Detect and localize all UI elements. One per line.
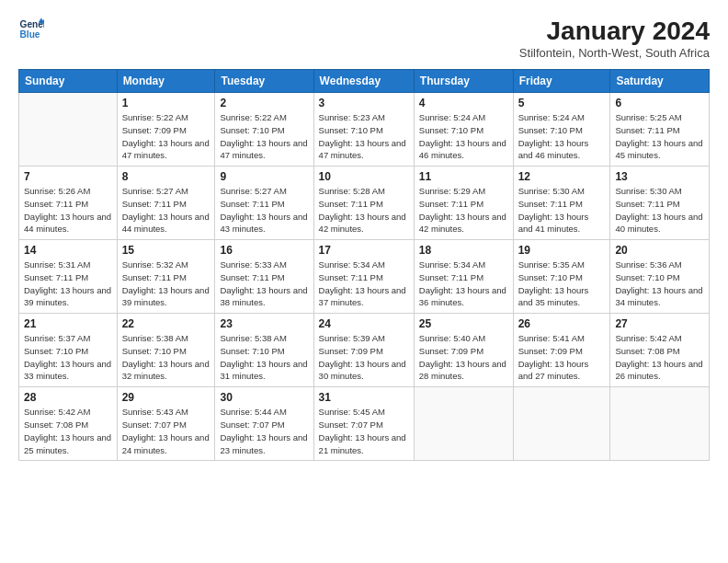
day-info: Sunrise: 5:42 AMSunset: 7:08 PMDaylight:… [615, 332, 704, 383]
day-number: 20 [615, 244, 704, 257]
table-row: 20Sunrise: 5:36 AMSunset: 7:10 PMDayligh… [610, 240, 710, 314]
day-number: 7 [24, 170, 112, 183]
day-info: Sunrise: 5:39 AMSunset: 7:09 PMDaylight:… [319, 332, 409, 383]
day-info: Sunrise: 5:32 AMSunset: 7:11 PMDaylight:… [122, 259, 210, 309]
day-info: Sunrise: 5:44 AMSunset: 7:07 PMDaylight:… [220, 406, 308, 456]
header-wednesday: Wednesday [313, 70, 414, 93]
table-row: 4Sunrise: 5:24 AMSunset: 7:10 PMDaylight… [414, 93, 513, 167]
table-row: 21Sunrise: 5:37 AMSunset: 7:10 PMDayligh… [19, 314, 118, 387]
day-number: 29 [122, 391, 210, 404]
day-number: 16 [220, 244, 308, 257]
day-info: Sunrise: 5:28 AMSunset: 7:11 PMDaylight:… [319, 185, 409, 236]
table-row [414, 387, 513, 461]
svg-text:Blue: Blue [20, 29, 40, 40]
calendar-table: Sunday Monday Tuesday Wednesday Thursday… [18, 69, 710, 461]
day-number: 19 [518, 244, 606, 257]
header-sunday: Sunday [19, 70, 118, 93]
table-row: 16Sunrise: 5:33 AMSunset: 7:11 PMDayligh… [215, 240, 313, 314]
table-row: 14Sunrise: 5:31 AMSunset: 7:11 PMDayligh… [19, 240, 118, 314]
day-number: 28 [24, 391, 112, 404]
calendar-week-row: 7Sunrise: 5:26 AMSunset: 7:11 PMDaylight… [19, 167, 710, 240]
table-row: 22Sunrise: 5:38 AMSunset: 7:10 PMDayligh… [117, 314, 215, 387]
table-row: 11Sunrise: 5:29 AMSunset: 7:11 PMDayligh… [414, 167, 513, 240]
day-number: 21 [24, 317, 112, 330]
table-row: 29Sunrise: 5:43 AMSunset: 7:07 PMDayligh… [117, 387, 215, 461]
table-row: 28Sunrise: 5:42 AMSunset: 7:08 PMDayligh… [19, 387, 118, 461]
day-number: 18 [419, 244, 508, 257]
table-row: 13Sunrise: 5:30 AMSunset: 7:11 PMDayligh… [610, 167, 710, 240]
day-number: 6 [615, 97, 704, 109]
location: Stilfontein, North-West, South Africa [519, 46, 710, 60]
day-info: Sunrise: 5:38 AMSunset: 7:10 PMDaylight:… [220, 332, 308, 383]
page: General Blue January 2024 Stilfontein, N… [0, 0, 728, 470]
day-info: Sunrise: 5:42 AMSunset: 7:08 PMDaylight:… [24, 406, 112, 456]
day-info: Sunrise: 5:35 AMSunset: 7:10 PMDaylight:… [518, 259, 606, 309]
day-info: Sunrise: 5:43 AMSunset: 7:07 PMDaylight:… [122, 406, 210, 456]
day-info: Sunrise: 5:27 AMSunset: 7:11 PMDaylight:… [220, 185, 308, 236]
header-saturday: Saturday [610, 70, 710, 93]
table-row: 17Sunrise: 5:34 AMSunset: 7:11 PMDayligh… [313, 240, 414, 314]
day-info: Sunrise: 5:37 AMSunset: 7:10 PMDaylight:… [24, 332, 112, 383]
day-info: Sunrise: 5:29 AMSunset: 7:11 PMDaylight:… [419, 185, 508, 236]
day-number: 26 [518, 317, 606, 330]
day-number: 8 [122, 170, 210, 183]
day-info: Sunrise: 5:38 AMSunset: 7:10 PMDaylight:… [122, 332, 210, 383]
day-info: Sunrise: 5:40 AMSunset: 7:09 PMDaylight:… [419, 332, 508, 383]
table-row: 27Sunrise: 5:42 AMSunset: 7:08 PMDayligh… [610, 314, 710, 387]
day-info: Sunrise: 5:25 AMSunset: 7:11 PMDaylight:… [615, 111, 704, 162]
day-number: 22 [122, 317, 210, 330]
day-number: 15 [122, 244, 210, 257]
table-row: 18Sunrise: 5:34 AMSunset: 7:11 PMDayligh… [414, 240, 513, 314]
day-number: 13 [615, 170, 704, 183]
calendar-week-row: 28Sunrise: 5:42 AMSunset: 7:08 PMDayligh… [19, 387, 710, 461]
day-info: Sunrise: 5:30 AMSunset: 7:11 PMDaylight:… [615, 185, 704, 236]
day-info: Sunrise: 5:22 AMSunset: 7:10 PMDaylight:… [220, 111, 308, 162]
table-row: 25Sunrise: 5:40 AMSunset: 7:09 PMDayligh… [414, 314, 513, 387]
day-info: Sunrise: 5:34 AMSunset: 7:11 PMDaylight:… [319, 259, 409, 309]
day-number: 30 [220, 391, 308, 404]
table-row: 12Sunrise: 5:30 AMSunset: 7:11 PMDayligh… [513, 167, 610, 240]
day-info: Sunrise: 5:24 AMSunset: 7:10 PMDaylight:… [518, 111, 606, 162]
table-row: 23Sunrise: 5:38 AMSunset: 7:10 PMDayligh… [215, 314, 313, 387]
table-row: 8Sunrise: 5:27 AMSunset: 7:11 PMDaylight… [117, 167, 215, 240]
day-number: 25 [419, 317, 508, 330]
day-info: Sunrise: 5:45 AMSunset: 7:07 PMDaylight:… [319, 406, 409, 456]
table-row [19, 93, 118, 167]
day-number: 14 [24, 244, 112, 257]
day-number: 9 [220, 170, 308, 183]
day-number: 12 [518, 170, 606, 183]
day-number: 17 [319, 244, 409, 257]
day-info: Sunrise: 5:31 AMSunset: 7:11 PMDaylight:… [24, 259, 112, 309]
table-row: 10Sunrise: 5:28 AMSunset: 7:11 PMDayligh… [313, 167, 414, 240]
day-info: Sunrise: 5:36 AMSunset: 7:10 PMDaylight:… [615, 259, 704, 309]
table-row: 6Sunrise: 5:25 AMSunset: 7:11 PMDaylight… [610, 93, 710, 167]
table-row: 5Sunrise: 5:24 AMSunset: 7:10 PMDaylight… [513, 93, 610, 167]
calendar-header-row: Sunday Monday Tuesday Wednesday Thursday… [19, 70, 710, 93]
day-info: Sunrise: 5:27 AMSunset: 7:11 PMDaylight:… [122, 185, 210, 236]
table-row: 31Sunrise: 5:45 AMSunset: 7:07 PMDayligh… [313, 387, 414, 461]
logo: General Blue [18, 17, 44, 42]
table-row: 9Sunrise: 5:27 AMSunset: 7:11 PMDaylight… [215, 167, 313, 240]
header-tuesday: Tuesday [215, 70, 313, 93]
day-number: 11 [419, 170, 508, 183]
table-row: 15Sunrise: 5:32 AMSunset: 7:11 PMDayligh… [117, 240, 215, 314]
day-number: 2 [220, 97, 308, 109]
day-info: Sunrise: 5:26 AMSunset: 7:11 PMDaylight:… [24, 185, 112, 236]
table-row [513, 387, 610, 461]
calendar-week-row: 21Sunrise: 5:37 AMSunset: 7:10 PMDayligh… [19, 314, 710, 387]
calendar-week-row: 1Sunrise: 5:22 AMSunset: 7:09 PMDaylight… [19, 93, 710, 167]
day-number: 10 [319, 170, 409, 183]
table-row [610, 387, 710, 461]
day-number: 24 [319, 317, 409, 330]
day-number: 1 [122, 97, 210, 109]
day-info: Sunrise: 5:24 AMSunset: 7:10 PMDaylight:… [419, 111, 508, 162]
day-info: Sunrise: 5:23 AMSunset: 7:10 PMDaylight:… [319, 111, 409, 162]
table-row: 19Sunrise: 5:35 AMSunset: 7:10 PMDayligh… [513, 240, 610, 314]
table-row: 7Sunrise: 5:26 AMSunset: 7:11 PMDaylight… [19, 167, 118, 240]
header-monday: Monday [117, 70, 215, 93]
day-number: 3 [319, 97, 409, 109]
day-number: 5 [518, 97, 606, 109]
day-number: 4 [419, 97, 508, 109]
day-number: 31 [319, 391, 409, 404]
day-number: 23 [220, 317, 308, 330]
